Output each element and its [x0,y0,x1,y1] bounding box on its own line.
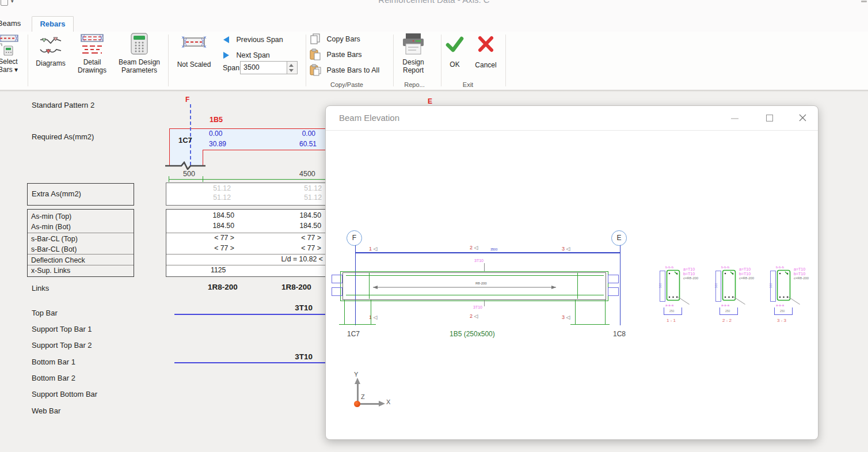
section-bar-c: c=R8-200 [794,276,809,280]
copy-bars-button[interactable]: Copy Bars [310,33,360,45]
detail-drawings-button[interactable]: Detail Drawings [71,32,113,74]
section-cut-icon: ◁ [566,246,570,252]
beam-elevation-window[interactable]: Beam Elevation F E 3500 1 ◁ 2 ◁ 3 ◁ 1 ◁ … [325,105,818,440]
section-width-dim: 250 [774,307,793,315]
beam-not-scaled-icon [170,32,218,60]
check-val: < 77 > [276,244,321,252]
x-icon [471,32,501,61]
column-right-base [570,324,610,325]
section-bar-b: b=T10 [794,272,805,276]
top-bar-callout: 3T10 [474,259,484,263]
section-marker-2: 2 [470,245,473,250]
section-label-1: 1 - 1 [667,318,676,323]
ribbon-separator [28,35,28,86]
dimension-tick [169,176,169,182]
close-button[interactable] [799,114,806,121]
required-as-top-right: 0.00 [291,130,315,138]
links-value-1[interactable]: 1R8-200 [194,283,252,291]
span-input[interactable]: 3500 [240,61,290,74]
app-minimize-fragment-icon[interactable] [861,1,867,2]
ok-button[interactable]: OK [441,32,469,69]
section-top-bars-mark: b-b-b [721,265,729,269]
divider [28,233,134,233]
paste-bars-button[interactable]: Paste Bars [310,48,362,61]
group-label-exit: Exit [451,81,485,88]
spin-down-icon[interactable] [289,69,294,72]
bottom-bar-callout: 3T10 [473,305,482,309]
section-marker-3: 3 [562,314,565,320]
group-label-copy-paste: Copy/Paste [319,81,374,88]
xsup-links-value: 1125 [211,266,256,274]
diagrams-button[interactable]: Diagrams [30,32,71,67]
design-report-button[interactable]: Design Report [395,32,432,74]
required-as-bot-right: 60.51 [291,140,317,148]
tab-rebars[interactable]: Rebars [32,16,74,32]
label-web-bar: Web Bar [32,407,60,415]
support-ground-symbol [164,161,207,170]
select-bars-button[interactable]: Select Bars ▾ [0,32,26,74]
column-left-edge [344,300,345,324]
beam-section-label: 1B5 (250x500) [450,330,495,338]
check-icon [441,32,469,60]
ribbon-tab-strip: Beams Rebars [0,16,868,32]
section-label-3: 3 - 3 [777,318,786,323]
beam-design-parameters-button[interactable]: Beam Design Parameters [113,32,166,74]
app-title: Reinforcement Data - Axis: C [378,0,489,5]
label-support-top-bar-1: Support Top Bar 1 [32,325,92,333]
gridline-e [620,245,620,325]
cancel-button[interactable]: Cancel [471,32,501,69]
required-as-bot-left: 30.89 [209,140,226,148]
section-marker-3: 3 [562,246,565,252]
divider [166,233,333,233]
dim-span: 4500 [299,170,315,178]
tab-beams[interactable]: Beams [0,16,24,31]
next-span-button[interactable]: Next Span [223,50,270,60]
ribbon-separator [393,35,394,86]
label-support-bottom-bar: Support Bottom Bar [32,390,97,398]
section-cut-icon: ◁ [474,313,478,319]
spin-up-icon[interactable] [289,64,294,67]
ribbon: Select Bars ▾ Diagrams [0,32,868,90]
links-value-2[interactable]: 1R8-200 [268,283,325,291]
top-rebar-line [346,275,604,276]
label-xsup-links: x-Sup. Links [31,265,131,276]
ribbon-separator [505,35,506,86]
previous-span-icon [223,36,229,43]
bar-anchor-tab [332,287,342,296]
section-bar-c: c=R8-200 [739,276,754,280]
extra-val: 51.12 [187,184,231,192]
span-reference-line [356,252,620,253]
paste-bars-to-all-button[interactable]: Paste Bars to All [310,64,379,77]
check-labels-box: As-min (Top) As-min (Bot) s-Bar-CL (Top)… [27,209,134,277]
quick-access-icon[interactable] [1,0,8,6]
ribbon-separator [168,35,169,86]
top-bar-value[interactable]: 3T10 [285,303,313,312]
minimize-button[interactable] [731,118,738,119]
section-cut-icon: ◁ [474,245,478,250]
bar-anchor-tab [608,287,619,296]
previous-span-button[interactable]: Previous Span [223,34,283,44]
section-bottom-bars-mark: a-a-a [776,303,784,307]
grid-bubble-f: F [347,230,362,246]
label-sbar-bot: s-Bar-CL (Bot) [31,244,131,255]
link-spacing-arrow [371,282,558,293]
quick-access-caret-icon[interactable]: ▾ [11,0,14,4]
section-label-2: 2 - 2 [722,318,732,323]
top-bar-line[interactable] [174,314,331,315]
window-titlebar[interactable]: Beam Elevation [326,106,818,131]
not-scaled-button[interactable]: Not Scaled [170,32,218,69]
section-cut-icon: ◁ [374,314,378,320]
maximize-button[interactable] [766,115,773,121]
label-support-top-bar-2: Support Top Bar 2 [32,341,92,350]
paste-icon [310,48,321,60]
section-bar-a: a=T10 [794,267,805,271]
bar-anchor-tab [332,275,342,283]
span-spinner[interactable] [287,61,298,74]
extra-val: 51.12 [278,193,322,202]
ribbon-separator [306,35,306,86]
span-region-top-edge [169,128,331,129]
bottom-bar-1-line[interactable] [174,362,331,363]
check-val: < 77 > [189,244,234,252]
dimension-tick [203,176,203,182]
bottom-bar-1-value[interactable]: 3T10 [285,352,313,361]
